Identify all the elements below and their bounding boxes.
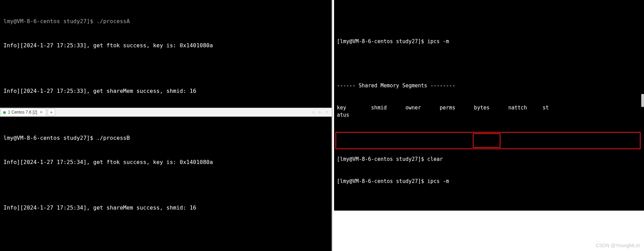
tab-nav-left-icon[interactable]: ◁ bbox=[310, 109, 316, 115]
terminal-process-a[interactable]: lmy@VM-8-6-centos study27]$ ./processA I… bbox=[0, 0, 332, 108]
section-header: ------ Shared Memory Segments -------- bbox=[337, 82, 641, 89]
tab-centos[interactable]: 1 Centos 7.6 [2] × bbox=[1, 108, 46, 116]
scrollbar-thumb[interactable] bbox=[641, 94, 644, 107]
terminal-process-b[interactable]: lmy@VM-8-6-centos study27]$ ./processB I… bbox=[0, 117, 332, 251]
terminal-ipcs[interactable]: [lmy@VM-8-6-centos study27]$ ipcs -m ---… bbox=[334, 0, 644, 211]
tab-nav-right-icon[interactable]: ▷ bbox=[316, 109, 323, 115]
close-tab-icon[interactable]: × bbox=[39, 109, 43, 115]
section-header: ------ Shared Memory Segments -------- bbox=[337, 222, 641, 229]
tab-label: 1 Centos 7.6 [2] bbox=[8, 109, 37, 115]
output-line: Debug][2024-1-27 17:25:34], attach succe… bbox=[3, 249, 328, 251]
cmd-line-partial: lmy@VM-8-6-centos study27]$ ./processA bbox=[3, 17, 328, 25]
cmd-line: [lmy@VM-8-6-centos study27]$ ipcs -m bbox=[337, 38, 641, 45]
cmd-line: [lmy@VM-8-6-centos study27]$ ipcs -m bbox=[337, 178, 641, 185]
add-tab-button[interactable]: + bbox=[48, 108, 55, 116]
output-line bbox=[3, 66, 328, 71]
output-line bbox=[3, 182, 328, 188]
output-line: Info][2024-1-27 17:25:33], get ftok succ… bbox=[3, 41, 328, 49]
tab-nav: ◁ ▷ ▾ bbox=[310, 109, 332, 115]
cmd-line: lmy@VM-8-6-centos study27]$ ./processB bbox=[3, 134, 328, 142]
tab-nav-menu-icon[interactable]: ▾ bbox=[323, 109, 330, 115]
watermark: CSDN @YoungMLet bbox=[596, 242, 640, 249]
plus-icon: + bbox=[50, 109, 53, 116]
table-header: key shmid owner perms bytes nattch statu… bbox=[337, 244, 641, 251]
table-header: key shmid owner perms bytes nattch st at… bbox=[337, 104, 641, 119]
output-line: Info][2024-1-27 17:25:34], get ftok succ… bbox=[3, 158, 328, 166]
tab-bar: 1 Centos 7.6 [2] × + ◁ ▷ ▾ bbox=[0, 108, 332, 117]
cmd-line: [lmy@VM-8-6-centos study27]$ clear bbox=[337, 156, 641, 163]
output-line bbox=[3, 228, 328, 233]
output-line: Info][2024-1-27 17:25:34], get shareMem … bbox=[3, 204, 328, 212]
status-dot-icon bbox=[3, 111, 6, 114]
left-column: lmy@VM-8-6-centos study27]$ ./processA I… bbox=[0, 0, 333, 251]
output-line: Info][2024-1-27 17:25:33], get shareMem … bbox=[3, 87, 328, 95]
